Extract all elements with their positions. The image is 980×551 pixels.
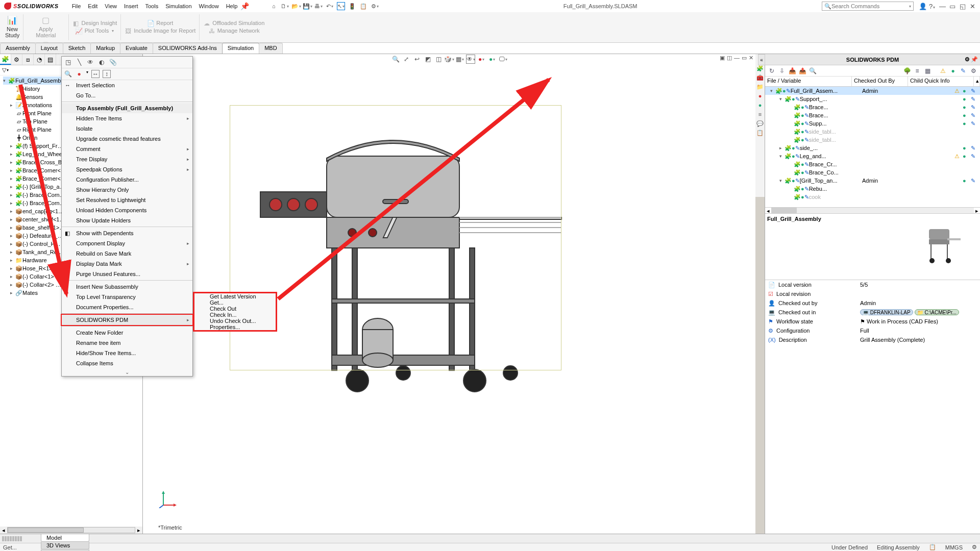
ctx-tree-display[interactable]: Tree Display▸ xyxy=(62,154,192,164)
col-childinfo[interactable]: Child Quick Info xyxy=(908,77,974,86)
get-version-icon[interactable]: ⇩ xyxy=(777,66,787,76)
include-image-button[interactable]: 🖼Include Image for Report xyxy=(125,28,195,35)
open-doc-icon[interactable]: 📂 xyxy=(292,2,300,10)
pdm-sub-get-latest-version[interactable]: Get Latest Version xyxy=(194,293,276,299)
minimize-icon[interactable]: — xyxy=(939,3,946,10)
new-box-icon[interactable]: ◳ xyxy=(64,58,72,66)
close-icon[interactable]: ✕ xyxy=(970,3,977,10)
save-icon[interactable]: 💾 xyxy=(303,2,311,10)
hide-icon[interactable]: 👁 xyxy=(86,58,94,66)
dd-icon[interactable]: ▾ xyxy=(86,70,88,78)
ctx-insert-new-subassembly[interactable]: Insert New Subassembly xyxy=(62,282,192,292)
menu-tools[interactable]: Tools xyxy=(145,3,159,9)
collapse-pane-icon[interactable]: « xyxy=(758,54,765,65)
property-manager-tab[interactable]: ⚙ xyxy=(11,54,22,65)
ctx-speedpak-options[interactable]: Speedpak Options▸ xyxy=(62,164,192,174)
undo-icon[interactable]: ↶ xyxy=(326,2,334,10)
config-manager-tab[interactable]: ⧈ xyxy=(22,54,34,65)
forum-tab-icon[interactable]: 💬 xyxy=(756,119,764,128)
ctx-expand-icon[interactable]: ⌄ xyxy=(62,368,192,376)
ctx-configuration-publisher[interactable]: Configuration Publisher... xyxy=(62,174,192,185)
pdm-tree-item[interactable]: ▾🧩 ● ✎ Support_...●✎ xyxy=(765,95,980,103)
print-icon[interactable]: 🖶 xyxy=(314,2,323,10)
props-tab-icon[interactable]: ≡ xyxy=(756,110,764,118)
tab-evaluate[interactable]: Evaluate xyxy=(120,43,153,54)
user-icon[interactable]: 👤 xyxy=(919,3,926,10)
ctx-purge-unused-features[interactable]: Purge Unused Features... xyxy=(62,269,192,279)
status-icon[interactable]: 📋 xyxy=(929,544,936,550)
search-dropdown-icon[interactable]: ▾ xyxy=(909,4,911,9)
zoom-icon[interactable]: 🔍 xyxy=(64,70,72,78)
pdm-tree-item[interactable]: ▾🧩 ● ✎ Full_Grill_Assem...Admin⚠●✎ xyxy=(765,87,980,95)
vp-close-icon[interactable]: ✕ xyxy=(749,55,753,61)
attach-icon[interactable]: 📎 xyxy=(109,58,117,66)
pdm-keep-visible-icon[interactable]: 📌 xyxy=(971,56,978,63)
ctx-top-level-transparency[interactable]: Top Level Transparency xyxy=(62,292,192,302)
pdm-sub-properties[interactable]: Properties... xyxy=(194,324,276,330)
apply-scene-icon[interactable]: ● xyxy=(487,55,497,64)
transparency-icon[interactable]: ◐ xyxy=(97,58,106,66)
report-button[interactable]: 📄Report xyxy=(147,20,173,27)
menu-insert[interactable]: Insert xyxy=(124,3,138,9)
feature-tree-tab[interactable]: 🧩 xyxy=(0,54,11,65)
select-icon[interactable]: ↖ xyxy=(337,2,345,10)
design-lib-tab-icon[interactable]: 🧰 xyxy=(756,73,764,82)
list-view-icon[interactable]: ≡ xyxy=(913,66,922,76)
ctx-hide-show-tree-items[interactable]: Hide/Show Tree Items... xyxy=(62,348,192,358)
pdm-tree-item[interactable]: ▾🧩 ● ✎ Leg_and...⚠●✎ xyxy=(765,152,980,160)
bottom-tab-model[interactable]: Model xyxy=(41,534,89,542)
tab-markup[interactable]: Markup xyxy=(90,43,120,54)
restore-icon[interactable]: ▭ xyxy=(949,3,957,10)
ctx-invert-selection[interactable]: ↔Invert Selection xyxy=(62,80,192,90)
help-icon[interactable]: ? xyxy=(929,3,936,10)
card-view-icon[interactable]: ▦ xyxy=(923,66,932,76)
toggle-show-icon[interactable]: ↕ xyxy=(103,70,111,78)
pdm-tree-item[interactable]: 🧩 ● ✎ Brace...●✎ xyxy=(765,103,980,111)
display-style-icon[interactable]: ▦ xyxy=(455,55,464,64)
view-orientation-icon[interactable]: 🎲 xyxy=(445,55,454,64)
search-pdm-icon[interactable]: 🔍 xyxy=(808,66,817,76)
tab-sketch[interactable]: Sketch xyxy=(63,43,91,54)
ctx-hidden-tree-items[interactable]: Hidden Tree Items▸ xyxy=(62,113,192,123)
design-insight-button[interactable]: ◧Design Insight xyxy=(72,20,117,27)
appearances-tab-icon[interactable]: ● xyxy=(756,101,764,109)
explorer-tab-icon[interactable]: 📁 xyxy=(756,83,764,91)
pdm-tree-item[interactable]: 🧩 ● ✎ Rebu... xyxy=(765,185,980,193)
toggle-env-icon[interactable]: ↔ xyxy=(91,70,100,78)
pdm-tree-item[interactable]: ▸🧩 ● ✎ side_...●✎ xyxy=(765,144,980,152)
col-file[interactable]: File / Variable xyxy=(765,77,852,86)
ctx-upgrade-cosmetic-thread-features[interactable]: Upgrade cosmetic thread features xyxy=(62,134,192,144)
ctx-rebuild-on-save-mark[interactable]: Rebuild on Save Mark xyxy=(62,248,192,259)
ctx-unload-hidden-components[interactable]: Unload Hidden Components xyxy=(62,205,192,215)
pin-menu-icon[interactable]: 📌 xyxy=(240,2,249,10)
view-settings-icon[interactable]: 🖵 xyxy=(498,55,507,64)
checkin-icon[interactable]: 📥 xyxy=(788,66,797,76)
tabs-drag-area[interactable] xyxy=(0,534,41,543)
prev-view-icon[interactable]: ↩ xyxy=(412,55,422,64)
vp-restore-icon[interactable]: ▣ xyxy=(720,55,725,61)
tab-simulation[interactable]: Simulation xyxy=(222,43,259,54)
ctx-component-display[interactable]: Component Display▸ xyxy=(62,238,192,248)
col-scroll[interactable]: ▴ xyxy=(974,77,980,86)
rebuild-icon[interactable]: 🚦 xyxy=(348,2,356,10)
vp-arrange-icon[interactable]: ◫ xyxy=(727,55,732,61)
maximize-icon[interactable]: ◱ xyxy=(960,3,967,10)
pdm-tree-item[interactable]: 🧩 ● ✎ Brace_Co... xyxy=(765,168,980,177)
tree-view-icon[interactable]: 🌳 xyxy=(902,66,912,76)
hide-show-icon[interactable]: 👁 xyxy=(466,55,475,64)
menu-help[interactable]: Help xyxy=(226,3,238,9)
vp-min-icon[interactable]: — xyxy=(734,55,740,61)
menu-view[interactable]: View xyxy=(105,3,117,9)
sketch-line-icon[interactable]: ╲ xyxy=(75,58,83,66)
tab-solidworks-add-ins[interactable]: SOLIDWORKS Add-Ins xyxy=(153,43,223,54)
menu-simulation[interactable]: Simulation xyxy=(165,3,191,9)
ctx-solidworks-pdm[interactable]: SOLIDWORKS PDM▸ xyxy=(62,315,192,325)
ctx-comment[interactable]: Comment▸ xyxy=(62,144,192,154)
pdm-sub-check-in[interactable]: Check In... xyxy=(194,312,276,318)
bottom-tab-3d-views[interactable]: 3D Views xyxy=(41,542,89,549)
ctx-isolate[interactable]: Isolate xyxy=(62,123,192,134)
ctx-display-data-mark[interactable]: Display Data Mark▸ xyxy=(62,259,192,269)
new-doc-icon[interactable]: 🗋 xyxy=(281,2,289,10)
tab-layout[interactable]: Layout xyxy=(35,43,63,54)
section-view-icon[interactable]: ◩ xyxy=(423,55,432,64)
